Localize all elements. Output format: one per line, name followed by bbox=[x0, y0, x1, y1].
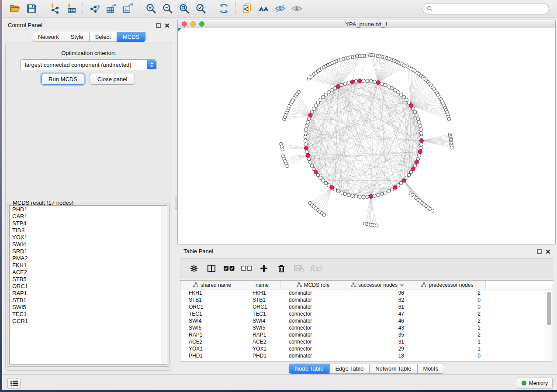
zoom-in-button[interactable] bbox=[142, 1, 159, 16]
list-item[interactable]: STP4 bbox=[10, 220, 161, 227]
cell-mcds-role: dominator bbox=[280, 332, 346, 338]
vertical-splitter[interactable] bbox=[174, 20, 177, 372]
zoom-out-button[interactable] bbox=[159, 1, 176, 16]
cell-mcds-role: connector bbox=[280, 311, 346, 317]
list-item[interactable]: ACE2 bbox=[10, 269, 161, 276]
tab-edge-table[interactable]: Edge Table bbox=[329, 364, 370, 374]
cell-successor-nodes: 43 bbox=[346, 325, 409, 331]
float-panel-button[interactable] bbox=[155, 22, 162, 29]
settings-gear-button[interactable] bbox=[187, 261, 201, 276]
table-scrollbar[interactable] bbox=[546, 289, 553, 361]
zoom-selected-button[interactable] bbox=[192, 1, 209, 16]
close-panel-button[interactable] bbox=[163, 22, 170, 29]
zoom-fit-button[interactable] bbox=[176, 1, 192, 16]
table-row[interactable]: ORC1ORC1dominator610 bbox=[180, 303, 553, 310]
column-header-mcds-role[interactable]: MCDS role bbox=[280, 281, 346, 289]
deselect-all-icon bbox=[241, 265, 253, 272]
tab-node-table[interactable]: Node Table bbox=[289, 364, 330, 374]
column-header-successor-nodes[interactable]: successor nodes bbox=[346, 281, 409, 289]
tab-network-table[interactable]: Network Table bbox=[369, 364, 417, 374]
cell-shared-name: PHD1 bbox=[180, 353, 244, 359]
float-table-panel-button[interactable] bbox=[536, 248, 543, 255]
open-folder-icon bbox=[10, 3, 21, 14]
cell-name: STB1 bbox=[244, 297, 280, 303]
cell-predecessor-nodes: 2 bbox=[409, 290, 486, 296]
task-history-button[interactable] bbox=[7, 378, 21, 389]
refresh-button[interactable] bbox=[215, 1, 232, 16]
table-row[interactable]: ACE2ACE2connector311 bbox=[180, 338, 553, 345]
column-header-predecessor-nodes[interactable]: predecessor nodes bbox=[409, 281, 486, 289]
list-item[interactable]: STB5 bbox=[10, 276, 161, 283]
list-item[interactable]: SWI4 bbox=[10, 241, 161, 248]
import-network-button[interactable] bbox=[46, 1, 63, 16]
list-item[interactable]: STB1 bbox=[10, 297, 161, 304]
open-folder-button[interactable] bbox=[7, 1, 23, 16]
list-item[interactable]: CAR1 bbox=[10, 213, 161, 220]
export-network-button[interactable] bbox=[86, 1, 103, 16]
tab-network[interactable]: Network bbox=[32, 32, 65, 42]
table-scrollbar-thumb[interactable] bbox=[547, 292, 551, 325]
list-item[interactable]: RAP1 bbox=[10, 290, 161, 297]
memory-status-icon bbox=[522, 381, 526, 385]
memory-label: Memory bbox=[529, 380, 548, 386]
network-window-titlebar[interactable]: YPA_prune.txt_1 bbox=[178, 20, 555, 28]
cell-successor-nodes: 31 bbox=[346, 339, 409, 345]
memory-button[interactable]: Memory bbox=[517, 378, 553, 389]
cell-name: ORC1 bbox=[244, 304, 280, 310]
list-item[interactable]: SRD1 bbox=[10, 248, 161, 255]
select-all-button[interactable] bbox=[221, 261, 236, 276]
optimization-criterion-label: Optimization criterion: bbox=[6, 50, 172, 56]
search-input[interactable] bbox=[435, 5, 545, 12]
list-item[interactable]: GCR1 bbox=[10, 318, 161, 325]
search-box[interactable] bbox=[422, 3, 549, 14]
save-button[interactable] bbox=[23, 1, 40, 16]
cell-shared-name: SWI5 bbox=[180, 325, 244, 331]
cell-predecessor-nodes: 2 bbox=[409, 332, 486, 338]
mcds-list-scrollbar[interactable] bbox=[161, 206, 167, 364]
table-row[interactable]: TEC1TEC1connector472 bbox=[180, 310, 553, 317]
add-row-button[interactable] bbox=[256, 261, 271, 276]
export-table-button[interactable] bbox=[103, 1, 119, 16]
table-row[interactable]: SWI5SWI5connector431 bbox=[180, 324, 553, 331]
column-header-shared-name[interactable]: shared name bbox=[180, 281, 244, 289]
list-item[interactable]: PHD1 bbox=[10, 206, 161, 213]
list-item[interactable]: PMA2 bbox=[10, 255, 161, 262]
cell-predecessor-nodes: 2 bbox=[409, 318, 486, 324]
list-item[interactable]: FKH1 bbox=[10, 262, 161, 269]
table-row[interactable]: YOX1YOX1connector291 bbox=[180, 345, 553, 352]
function-builder-icon: f(x) bbox=[309, 264, 324, 272]
network-canvas[interactable] bbox=[178, 28, 555, 244]
app-window: Control Panel NetworkStyleSelectMCDS Opt… bbox=[2, 0, 557, 390]
list-item[interactable]: SWI5 bbox=[10, 304, 161, 311]
table-row[interactable]: STB1STB1dominator620 bbox=[180, 296, 553, 303]
deselect-all-button[interactable] bbox=[239, 261, 254, 276]
share-style-button[interactable] bbox=[239, 1, 255, 16]
tab-style[interactable]: Style bbox=[65, 32, 90, 42]
optimization-criterion-select[interactable]: largest connected component (undirected) bbox=[20, 59, 157, 70]
list-item[interactable]: TID3 bbox=[10, 227, 161, 234]
close-panel-button-2[interactable]: Close panel bbox=[90, 74, 135, 85]
tab-mcds[interactable]: MCDS bbox=[117, 32, 145, 42]
delete-row-button[interactable] bbox=[274, 261, 289, 276]
table-row[interactable]: SWI4SWI4dominator462 bbox=[180, 317, 553, 324]
cell-name: SWI4 bbox=[244, 318, 280, 324]
cell-successor-nodes: 29 bbox=[346, 346, 409, 352]
show-all-button[interactable] bbox=[288, 1, 305, 16]
binoculars-button[interactable] bbox=[255, 1, 272, 16]
list-item[interactable]: TEC1 bbox=[10, 311, 161, 318]
table-row[interactable]: PHD1PHD1dominator180 bbox=[180, 352, 553, 359]
close-table-panel-button[interactable] bbox=[544, 248, 551, 255]
network-column-icon bbox=[421, 282, 426, 287]
table-row[interactable]: RAP1RAP1dominator352 bbox=[180, 331, 553, 338]
columns-button[interactable] bbox=[204, 261, 219, 276]
list-item[interactable]: YOX1 bbox=[10, 234, 161, 241]
column-header-name[interactable]: name bbox=[244, 281, 280, 289]
hide-selected-button[interactable] bbox=[272, 1, 288, 16]
run-mcds-button[interactable]: Run MCDS bbox=[42, 74, 84, 85]
tab-motifs[interactable]: Motifs bbox=[417, 364, 444, 374]
table-row[interactable]: FKH1FKH1dominator962 bbox=[180, 289, 553, 296]
import-table-button[interactable] bbox=[63, 1, 80, 16]
list-item[interactable]: ORC1 bbox=[10, 283, 161, 290]
export-image-button[interactable] bbox=[119, 1, 136, 16]
tab-select[interactable]: Select bbox=[89, 32, 117, 42]
